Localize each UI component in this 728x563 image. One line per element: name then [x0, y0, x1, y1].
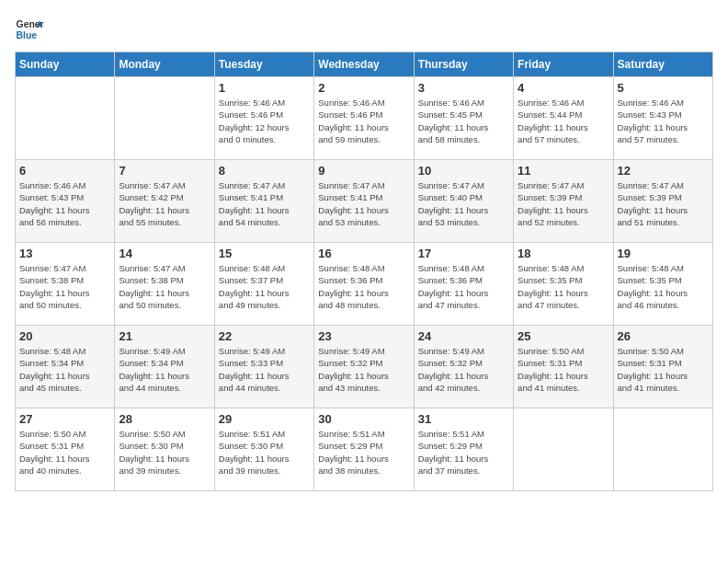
day-info: Sunrise: 5:50 AMSunset: 5:31 PMDaylight:…: [518, 345, 609, 394]
day-number: 6: [19, 164, 110, 178]
day-info: Sunrise: 5:51 AMSunset: 5:29 PMDaylight:…: [318, 428, 409, 477]
day-info: Sunrise: 5:47 AMSunset: 5:41 PMDaylight:…: [318, 179, 409, 228]
day-number: 13: [19, 247, 110, 260]
day-info: Sunrise: 5:47 AMSunset: 5:40 PMDaylight:…: [418, 179, 509, 228]
calendar-cell: 10Sunrise: 5:47 AMSunset: 5:40 PMDayligh…: [414, 160, 513, 243]
header: General Blue: [15, 15, 713, 44]
day-info: Sunrise: 5:47 AMSunset: 5:38 PMDaylight:…: [19, 262, 110, 311]
calendar-cell: 28Sunrise: 5:50 AMSunset: 5:30 PMDayligh…: [115, 408, 214, 491]
day-info: Sunrise: 5:50 AMSunset: 5:31 PMDaylight:…: [618, 345, 709, 394]
calendar-cell: 18Sunrise: 5:48 AMSunset: 5:35 PMDayligh…: [514, 243, 613, 326]
calendar-cell: 25Sunrise: 5:50 AMSunset: 5:31 PMDayligh…: [514, 326, 613, 408]
day-info: Sunrise: 5:48 AMSunset: 5:37 PMDaylight:…: [219, 262, 310, 311]
day-info: Sunrise: 5:50 AMSunset: 5:30 PMDaylight:…: [119, 428, 210, 477]
day-info: Sunrise: 5:46 AMSunset: 5:46 PMDaylight:…: [219, 97, 310, 145]
logo-icon: General Blue: [15, 15, 44, 44]
calendar-cell: 4Sunrise: 5:46 AMSunset: 5:44 PMDaylight…: [514, 77, 613, 160]
day-number: 2: [318, 81, 409, 95]
day-number: 9: [318, 164, 409, 178]
day-number: 31: [418, 412, 509, 426]
calendar-week-row: 6Sunrise: 5:46 AMSunset: 5:43 PMDaylight…: [16, 160, 713, 243]
calendar-cell: [613, 408, 712, 491]
day-number: 18: [518, 247, 609, 260]
calendar-cell: 29Sunrise: 5:51 AMSunset: 5:30 PMDayligh…: [214, 408, 313, 491]
calendar-cell: 3Sunrise: 5:46 AMSunset: 5:45 PMDaylight…: [414, 77, 513, 160]
column-header-tuesday: Tuesday: [214, 52, 313, 77]
day-number: 26: [618, 329, 709, 343]
day-number: 29: [219, 412, 310, 426]
day-number: 21: [119, 329, 210, 343]
day-info: Sunrise: 5:49 AMSunset: 5:32 PMDaylight:…: [418, 345, 509, 394]
column-header-friday: Friday: [514, 52, 613, 77]
day-number: 8: [219, 164, 310, 178]
day-number: 3: [418, 81, 509, 95]
day-info: Sunrise: 5:49 AMSunset: 5:34 PMDaylight:…: [119, 345, 210, 394]
day-info: Sunrise: 5:51 AMSunset: 5:29 PMDaylight:…: [418, 428, 509, 477]
calendar-week-row: 13Sunrise: 5:47 AMSunset: 5:38 PMDayligh…: [16, 243, 713, 326]
day-number: 22: [219, 329, 310, 343]
day-info: Sunrise: 5:46 AMSunset: 5:44 PMDaylight:…: [518, 97, 609, 145]
calendar-cell: 12Sunrise: 5:47 AMSunset: 5:39 PMDayligh…: [613, 160, 712, 243]
calendar-header-row: SundayMondayTuesdayWednesdayThursdayFrid…: [16, 52, 713, 77]
column-header-monday: Monday: [115, 52, 214, 77]
calendar-cell: 24Sunrise: 5:49 AMSunset: 5:32 PMDayligh…: [414, 326, 513, 408]
day-number: 28: [119, 412, 210, 426]
calendar-cell: 6Sunrise: 5:46 AMSunset: 5:43 PMDaylight…: [16, 160, 115, 243]
day-info: Sunrise: 5:46 AMSunset: 5:43 PMDaylight:…: [618, 97, 709, 145]
calendar-cell: 23Sunrise: 5:49 AMSunset: 5:32 PMDayligh…: [314, 326, 414, 408]
calendar-cell: 11Sunrise: 5:47 AMSunset: 5:39 PMDayligh…: [514, 160, 613, 243]
day-info: Sunrise: 5:47 AMSunset: 5:39 PMDaylight:…: [518, 179, 609, 228]
calendar-cell: 16Sunrise: 5:48 AMSunset: 5:36 PMDayligh…: [314, 243, 414, 326]
calendar-cell: [514, 408, 613, 491]
calendar-cell: 1Sunrise: 5:46 AMSunset: 5:46 PMDaylight…: [214, 77, 313, 160]
day-number: 19: [618, 247, 709, 260]
column-header-wednesday: Wednesday: [314, 52, 414, 77]
day-number: 5: [618, 81, 709, 95]
calendar-cell: 30Sunrise: 5:51 AMSunset: 5:29 PMDayligh…: [314, 408, 414, 491]
day-info: Sunrise: 5:48 AMSunset: 5:36 PMDaylight:…: [318, 262, 409, 311]
calendar-cell: 17Sunrise: 5:48 AMSunset: 5:36 PMDayligh…: [414, 243, 513, 326]
day-info: Sunrise: 5:48 AMSunset: 5:36 PMDaylight:…: [418, 262, 509, 311]
day-info: Sunrise: 5:47 AMSunset: 5:41 PMDaylight:…: [219, 179, 310, 228]
calendar-week-row: 1Sunrise: 5:46 AMSunset: 5:46 PMDaylight…: [16, 77, 713, 160]
day-number: 10: [418, 164, 509, 178]
day-info: Sunrise: 5:48 AMSunset: 5:34 PMDaylight:…: [19, 345, 110, 394]
calendar-cell: 20Sunrise: 5:48 AMSunset: 5:34 PMDayligh…: [16, 326, 115, 408]
calendar-cell: 7Sunrise: 5:47 AMSunset: 5:42 PMDaylight…: [115, 160, 214, 243]
calendar-cell: 21Sunrise: 5:49 AMSunset: 5:34 PMDayligh…: [115, 326, 214, 408]
calendar-cell: 19Sunrise: 5:48 AMSunset: 5:35 PMDayligh…: [613, 243, 712, 326]
day-number: 16: [318, 247, 409, 260]
day-number: 17: [418, 247, 509, 260]
day-info: Sunrise: 5:47 AMSunset: 5:39 PMDaylight:…: [618, 179, 709, 228]
calendar-cell: 14Sunrise: 5:47 AMSunset: 5:38 PMDayligh…: [115, 243, 214, 326]
calendar-cell: [115, 77, 214, 160]
column-header-sunday: Sunday: [16, 52, 115, 77]
day-info: Sunrise: 5:46 AMSunset: 5:46 PMDaylight:…: [318, 97, 409, 145]
day-number: 14: [119, 247, 210, 260]
calendar-cell: 5Sunrise: 5:46 AMSunset: 5:43 PMDaylight…: [613, 77, 712, 160]
day-info: Sunrise: 5:48 AMSunset: 5:35 PMDaylight:…: [618, 262, 709, 311]
calendar-cell: 2Sunrise: 5:46 AMSunset: 5:46 PMDaylight…: [314, 77, 414, 160]
calendar-cell: 8Sunrise: 5:47 AMSunset: 5:41 PMDaylight…: [214, 160, 313, 243]
day-info: Sunrise: 5:46 AMSunset: 5:43 PMDaylight:…: [19, 179, 110, 228]
day-info: Sunrise: 5:49 AMSunset: 5:33 PMDaylight:…: [219, 345, 310, 394]
calendar-week-row: 27Sunrise: 5:50 AMSunset: 5:31 PMDayligh…: [16, 408, 713, 491]
column-header-saturday: Saturday: [613, 52, 712, 77]
day-number: 15: [219, 247, 310, 260]
day-info: Sunrise: 5:48 AMSunset: 5:35 PMDaylight:…: [518, 262, 609, 311]
calendar-cell: [16, 77, 115, 160]
day-info: Sunrise: 5:50 AMSunset: 5:31 PMDaylight:…: [19, 428, 110, 477]
day-info: Sunrise: 5:47 AMSunset: 5:42 PMDaylight:…: [119, 179, 210, 228]
day-number: 25: [518, 329, 609, 343]
day-info: Sunrise: 5:46 AMSunset: 5:45 PMDaylight:…: [418, 97, 509, 145]
calendar-table: SundayMondayTuesdayWednesdayThursdayFrid…: [15, 52, 713, 491]
day-number: 27: [19, 412, 110, 426]
day-number: 20: [19, 329, 110, 343]
calendar-cell: 31Sunrise: 5:51 AMSunset: 5:29 PMDayligh…: [414, 408, 513, 491]
column-header-thursday: Thursday: [414, 52, 513, 77]
day-number: 12: [618, 164, 709, 178]
day-number: 1: [219, 81, 310, 95]
calendar-cell: 27Sunrise: 5:50 AMSunset: 5:31 PMDayligh…: [16, 408, 115, 491]
svg-text:Blue: Blue: [17, 30, 38, 40]
calendar-cell: 9Sunrise: 5:47 AMSunset: 5:41 PMDaylight…: [314, 160, 414, 243]
